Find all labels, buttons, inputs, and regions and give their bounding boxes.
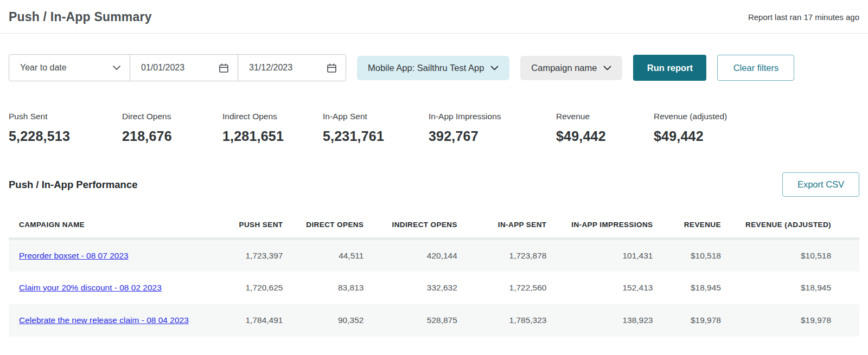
column-header-revenue-adjusted: REVENUE (ADJUSTED) bbox=[727, 213, 859, 239]
date-range-group: Year to date 01/01/2023 31/12/2023 bbox=[9, 54, 346, 81]
metric-cell: 1,720,625 bbox=[234, 272, 290, 304]
metric-cell: $18,945 bbox=[727, 272, 859, 304]
metric-cell: 1,723,878 bbox=[464, 239, 553, 272]
performance-table: CAMPAIGN NAMEPUSH SENTDIRECT OPENSINDIRE… bbox=[9, 213, 859, 337]
stat-direct-opens: Direct Opens 218,676 bbox=[122, 112, 222, 144]
metric-cell: 1,784,491 bbox=[234, 304, 290, 337]
export-csv-button[interactable]: Export CSV bbox=[782, 172, 859, 197]
stat-revenue: Revenue $49,442 bbox=[556, 112, 654, 144]
report-last-ran-status: Report last ran 17 minutes ago bbox=[748, 12, 859, 22]
campaign-name-cell: Celebrate the new release claim - 08 04 … bbox=[9, 304, 234, 337]
metric-cell: $19,978 bbox=[727, 304, 859, 337]
metric-cell: 420,144 bbox=[370, 239, 463, 272]
metric-cell: 1,785,323 bbox=[464, 304, 553, 337]
run-report-button[interactable]: Run report bbox=[633, 55, 706, 81]
summary-stats: Push Sent 5,228,513 Direct Opens 218,676… bbox=[9, 112, 859, 144]
table-row: Preorder boxset - 08 07 20231,723,39744,… bbox=[9, 239, 859, 272]
metric-cell: 83,813 bbox=[289, 272, 370, 304]
campaign-link[interactable]: Preorder boxset - 08 07 2023 bbox=[19, 251, 129, 260]
metric-cell: 528,875 bbox=[370, 304, 463, 337]
campaign-link[interactable]: Celebrate the new release claim - 08 04 … bbox=[19, 315, 189, 325]
stat-label: In-App Impressions bbox=[429, 112, 556, 121]
stat-in-app-sent: In-App Sent 5,231,761 bbox=[323, 112, 429, 144]
metric-cell: 1,722,560 bbox=[464, 272, 553, 304]
end-date-input[interactable]: 31/12/2023 bbox=[238, 55, 346, 81]
performance-section-title: Push / In-App Performance bbox=[9, 179, 137, 191]
stat-value: 5,228,513 bbox=[9, 128, 122, 144]
table-row: Celebrate the new release claim - 08 04 … bbox=[9, 304, 859, 337]
metric-cell: $19,978 bbox=[659, 304, 727, 337]
stat-in-app-impressions: In-App Impressions 392,767 bbox=[429, 112, 556, 144]
calendar-icon bbox=[327, 63, 337, 73]
column-header-revenue: REVENUE bbox=[659, 213, 727, 239]
metric-cell: $10,518 bbox=[727, 239, 859, 272]
campaign-name-filter-dropdown[interactable]: Campaign name bbox=[520, 56, 622, 80]
stat-push-sent: Push Sent 5,228,513 bbox=[9, 112, 122, 144]
stat-value: 5,231,761 bbox=[323, 128, 429, 144]
app-filter-dropdown[interactable]: Mobile App: Sailthru Test App bbox=[357, 56, 509, 80]
stat-value: $49,442 bbox=[654, 128, 727, 144]
metric-cell: 101,431 bbox=[553, 239, 659, 272]
chevron-down-icon bbox=[112, 65, 121, 70]
stat-value: $49,442 bbox=[556, 128, 654, 144]
campaign-name-cell: Claim your 20% discount - 08 02 2023 bbox=[9, 272, 234, 304]
performance-table-wrap: CAMPAIGN NAMEPUSH SENTDIRECT OPENSINDIRE… bbox=[9, 213, 859, 337]
chevron-down-icon bbox=[490, 66, 499, 70]
column-header-in-app-impressions: IN-APP IMPRESSIONS bbox=[553, 213, 659, 239]
app-filter-value: Mobile App: Sailthru Test App bbox=[368, 63, 484, 73]
metric-cell: $18,945 bbox=[659, 272, 727, 304]
calendar-icon bbox=[219, 63, 229, 73]
date-preset-value: Year to date bbox=[20, 63, 67, 73]
clear-filters-button[interactable]: Clear filters bbox=[717, 55, 794, 81]
metric-cell: 90,352 bbox=[289, 304, 370, 337]
table-row: Claim your 20% discount - 08 02 20231,72… bbox=[9, 272, 859, 304]
chevron-down-icon bbox=[603, 66, 611, 70]
metric-cell: 1,723,397 bbox=[234, 239, 290, 272]
metric-cell: 152,413 bbox=[553, 272, 659, 304]
metric-cell: 138,923 bbox=[553, 304, 659, 337]
performance-section-header: Push / In-App Performance Export CSV bbox=[9, 172, 859, 197]
column-header-direct-opens: DIRECT OPENS bbox=[289, 213, 370, 239]
stat-revenue-adjusted: Revenue (adjusted) $49,442 bbox=[654, 112, 727, 144]
stat-label: Indirect Opens bbox=[222, 112, 323, 121]
stat-value: 392,767 bbox=[429, 128, 556, 144]
column-header-campaign-name: CAMPAIGN NAME bbox=[9, 213, 234, 239]
end-date-value: 31/12/2023 bbox=[249, 63, 292, 73]
metric-cell: $10,518 bbox=[659, 239, 727, 272]
stat-value: 218,676 bbox=[122, 128, 222, 144]
campaign-name-cell: Preorder boxset - 08 07 2023 bbox=[9, 239, 234, 272]
stat-value: 1,281,651 bbox=[222, 128, 323, 144]
column-header-push-sent: PUSH SENT bbox=[234, 213, 290, 239]
stat-label: In-App Sent bbox=[323, 112, 429, 121]
column-header-in-app-sent: IN-APP SENT bbox=[464, 213, 553, 239]
stat-label: Push Sent bbox=[9, 112, 122, 121]
page-header: Push / In-App Summary Report last ran 17… bbox=[0, 0, 868, 34]
stat-indirect-opens: Indirect Opens 1,281,651 bbox=[222, 112, 323, 144]
start-date-value: 01/01/2023 bbox=[141, 63, 184, 73]
campaign-filter-value: Campaign name bbox=[531, 63, 597, 73]
page-title: Push / In-App Summary bbox=[9, 10, 152, 24]
stat-label: Revenue (adjusted) bbox=[654, 112, 727, 121]
date-preset-select[interactable]: Year to date bbox=[9, 55, 130, 81]
stat-label: Direct Opens bbox=[122, 112, 222, 121]
table-header-row: CAMPAIGN NAMEPUSH SENTDIRECT OPENSINDIRE… bbox=[9, 213, 859, 239]
metric-cell: 332,632 bbox=[370, 272, 463, 304]
start-date-input[interactable]: 01/01/2023 bbox=[130, 55, 238, 81]
filter-bar: Year to date 01/01/2023 31/12/2023 Mobil… bbox=[9, 54, 859, 81]
metric-cell: 44,511 bbox=[289, 239, 370, 272]
stat-label: Revenue bbox=[556, 112, 654, 121]
campaign-link[interactable]: Claim your 20% discount - 08 02 2023 bbox=[19, 283, 162, 292]
column-header-indirect-opens: INDIRECT OPENS bbox=[370, 213, 463, 239]
